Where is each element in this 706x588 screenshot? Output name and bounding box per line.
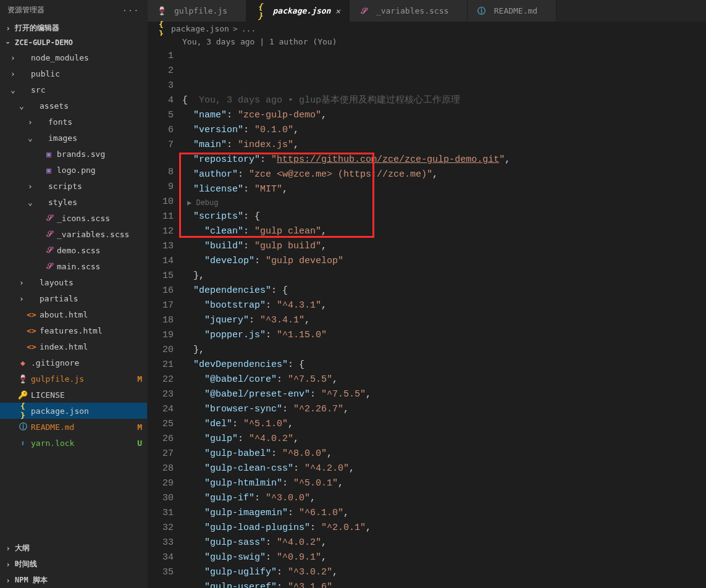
- code-line-31[interactable]: "gulp-swig": "^0.9.1",: [182, 550, 706, 565]
- code-line-12[interactable]: },: [182, 269, 706, 284]
- code-line-10[interactable]: "build": "gulp build",: [182, 239, 706, 254]
- tree-item-demo.scss[interactable]: 𝒮demo.scss: [0, 242, 147, 258]
- code-line-23[interactable]: "gulp": "^4.0.2",: [182, 432, 706, 447]
- code-line-33[interactable]: "gulp-useref": "^3.1.6": [182, 580, 706, 588]
- tree-item-yarn.lock[interactable]: ⬍yarn.lockU: [0, 435, 147, 451]
- tree-item-_icons.scss[interactable]: 𝒮_icons.scss: [0, 210, 147, 226]
- tree-item-layouts[interactable]: ›layouts: [0, 274, 147, 290]
- html-icon: <>: [26, 310, 37, 319]
- code-line-1[interactable]: {You, 3 days ago • glup基本使用及构建过程核心工作原理: [182, 93, 706, 108]
- breadcrumb-rest: ...: [242, 24, 256, 33]
- tree-item-features.html[interactable]: <>features.html: [0, 322, 147, 338]
- code-line-24[interactable]: "gulp-babel": "^8.0.0",: [182, 447, 706, 461]
- npm-scripts-section[interactable]: › NPM 脚本: [0, 572, 147, 588]
- code-line-25[interactable]: "gulp-clean-css": "^4.2.0",: [182, 461, 706, 476]
- outline-section[interactable]: › 大纲: [0, 540, 147, 556]
- open-editors-section[interactable]: › 打开的编辑器: [0, 20, 147, 36]
- tab-README.md[interactable]: ⓘREADME.md×: [468, 0, 557, 22]
- code-line-20[interactable]: "@babel/preset-env": "^7.5.5",: [182, 387, 706, 402]
- code-line-29[interactable]: "gulp-load-plugins": "^2.0.1",: [182, 521, 706, 536]
- tree-item-styles[interactable]: ⌄styles: [0, 194, 147, 210]
- explorer-sidebar: 资源管理器 ··· › 打开的编辑器 › ZCE-GULP-DEMO ›node…: [0, 0, 148, 588]
- line-number: 20: [148, 343, 174, 358]
- file-tree: ›node_modules›public⌄src⌄assets›fonts⌄im…: [0, 49, 147, 540]
- tree-item-logo.png[interactable]: ▣logo.png: [0, 162, 147, 178]
- editor-main: 🍷gulpfile.js×{ }package.json×𝒮_variables…: [148, 0, 706, 588]
- tree-item-index.html[interactable]: <>index.html: [0, 338, 147, 355]
- timeline-section[interactable]: › 时间线: [0, 556, 147, 572]
- line-number: 28: [148, 461, 174, 476]
- line-number: 8: [148, 165, 174, 180]
- lic-icon: 🔑: [17, 390, 28, 400]
- tree-item-assets[interactable]: ⌄assets: [0, 98, 147, 114]
- tree-item-about.html[interactable]: <>about.html: [0, 306, 147, 322]
- code-line-30[interactable]: "gulp-sass": "^4.0.2",: [182, 536, 706, 550]
- code-line-9[interactable]: "clean": "gulp clean",: [182, 224, 706, 239]
- tree-item-brands.svg[interactable]: ▣brands.svg: [0, 146, 147, 162]
- tree-item-public[interactable]: ›public: [0, 65, 147, 82]
- tab-_variables.scss[interactable]: 𝒮_variables.scss×: [350, 0, 468, 22]
- tree-label: fonts: [48, 117, 142, 127]
- chevron-right-icon: ›: [9, 53, 17, 62]
- code-line-5[interactable]: "repository": "https://github.com/zce/zc…: [182, 153, 706, 167]
- code-line-32[interactable]: "gulp-uglify": "^3.0.2",: [182, 565, 706, 580]
- code-line-3[interactable]: "version": "0.1.0",: [182, 123, 706, 138]
- breadcrumb[interactable]: { } package.json > ...: [148, 22, 706, 36]
- line-number: 33: [148, 536, 174, 550]
- img-icon: ▣: [43, 149, 54, 159]
- code-line-19[interactable]: "@babel/core": "^7.5.5",: [182, 372, 706, 387]
- more-icon[interactable]: ···: [122, 6, 140, 15]
- tree-item-images[interactable]: ⌄images: [0, 130, 147, 146]
- tree-label: about.html: [40, 310, 142, 319]
- code-line-14[interactable]: "bootstrap": "^4.3.1",: [182, 298, 706, 313]
- code-line-4[interactable]: "main": "index.js",: [182, 138, 706, 153]
- tree-item-README.md[interactable]: ⓘREADME.mdM: [0, 419, 147, 435]
- tree-label: scripts: [48, 182, 142, 191]
- code-line-18[interactable]: "devDependencies": {: [182, 358, 706, 372]
- code-line-2[interactable]: "name": "zce-gulp-demo",: [182, 108, 706, 123]
- code-line-8[interactable]: "scripts": {: [182, 209, 706, 224]
- code-line-17[interactable]: },: [182, 343, 706, 358]
- line-number: 15: [148, 269, 174, 284]
- tab-package.json[interactable]: { }package.json×: [246, 0, 350, 22]
- code-line-7[interactable]: "license": "MIT",: [182, 182, 706, 197]
- tree-item-LICENSE[interactable]: 🔑LICENSE: [0, 387, 147, 403]
- tree-item-src[interactable]: ⌄src: [0, 82, 147, 98]
- code-area[interactable]: {You, 3 days ago • glup基本使用及构建过程核心工作原理 "…: [182, 49, 706, 588]
- close-icon[interactable]: ×: [335, 6, 340, 16]
- tab-gulpfile.js[interactable]: 🍷gulpfile.js×: [148, 0, 246, 22]
- code-line-26[interactable]: "gulp-htmlmin": "^5.0.1",: [182, 476, 706, 491]
- tree-item-_variables.scss[interactable]: 𝒮_variables.scss: [0, 226, 147, 242]
- project-section[interactable]: › ZCE-GULP-DEMO: [0, 36, 147, 49]
- code-line-6[interactable]: "author": "zce <w@zce.me> (https://zce.m…: [182, 167, 706, 182]
- tree-item-.gitignore[interactable]: ◆.gitignore: [0, 355, 147, 371]
- code-editor[interactable]: 1234567 89101112131415161718192021222324…: [148, 49, 706, 588]
- chevron-right-icon: >: [233, 24, 238, 33]
- code-line-21[interactable]: "browser-sync": "^2.26.7",: [182, 402, 706, 417]
- tab-label: package.json: [273, 6, 331, 15]
- tree-label: _variables.scss: [57, 230, 142, 239]
- tree-item-package.json[interactable]: { }package.json: [0, 403, 147, 419]
- debug-codelens[interactable]: ▶ Debug: [182, 197, 706, 209]
- breadcrumb-file: package.json: [171, 24, 229, 33]
- code-line-22[interactable]: "del": "^5.1.0",: [182, 417, 706, 432]
- tree-item-partials[interactable]: ›partials: [0, 290, 147, 306]
- tree-item-fonts[interactable]: ›fonts: [0, 114, 147, 130]
- code-line-13[interactable]: "dependencies": {: [182, 284, 706, 298]
- line-number: 30: [148, 491, 174, 506]
- outline-label: 大纲: [15, 543, 30, 553]
- line-number: 27: [148, 447, 174, 461]
- gulp-icon: 🍷: [17, 374, 28, 384]
- code-line-28[interactable]: "gulp-imagemin": "^6.1.0",: [182, 506, 706, 521]
- code-line-16[interactable]: "popper.js": "^1.15.0": [182, 328, 706, 343]
- tree-label: _icons.scss: [57, 214, 142, 223]
- tree-item-gulpfile.js[interactable]: 🍷gulpfile.jsM: [0, 371, 147, 387]
- code-line-11[interactable]: "develop": "gulp develop": [182, 254, 706, 269]
- tree-item-scripts[interactable]: ›scripts: [0, 178, 147, 194]
- code-line-15[interactable]: "jquery": "^3.4.1",: [182, 313, 706, 328]
- chevron-down-icon: ⌄: [26, 198, 35, 207]
- tree-item-node_modules[interactable]: ›node_modules: [0, 49, 147, 65]
- code-line-27[interactable]: "gulp-if": "^3.0.0",: [182, 491, 706, 506]
- tree-item-main.scss[interactable]: 𝒮main.scss: [0, 258, 147, 274]
- line-number: 7: [148, 138, 174, 153]
